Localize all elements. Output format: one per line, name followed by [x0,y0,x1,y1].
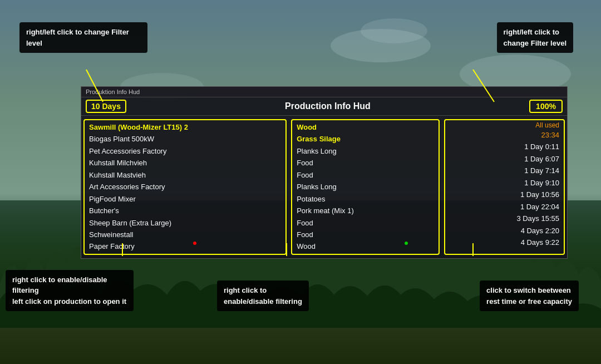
tooltip-bottom-left-text: right click to enable/disable filteringl… [12,276,126,306]
hud-title-label: Produktion Info Hud [86,88,140,95]
prod-row-9[interactable]: Sheep Barn (Extra Large) [89,217,281,229]
out-row-7: Potatoes [297,193,434,205]
prod-row-6[interactable]: Art Accessories Factory [89,181,281,193]
tooltip-bottom-left: right click to enable/disable filteringl… [6,270,134,312]
filter-days-box[interactable]: 10 Days [86,100,126,113]
out-row-4: Food [297,157,434,169]
prod-row-2[interactable]: Biogas Plant 500kW [89,133,281,145]
out-row-1: Wood [297,121,434,133]
hud-panel: Produktion Info Hud 10 Days Production I… [81,86,568,259]
tooltip-bottom-right: click to switch beetweenrest time or fre… [480,281,579,311]
hud-center-title: Production Info Hud [126,101,529,111]
time-row-3: 1 Day 6:07 [450,153,559,165]
time-row-7: 1 Day 22:04 [450,201,559,213]
prod-row-3[interactable]: Pet Accessories Factory [89,145,281,157]
prod-row-10[interactable]: Schweinestall [89,229,281,240]
prod-row-5[interactable]: Kuhstall Mastvieh [89,169,281,181]
time-row-8: 3 Days 15:55 [450,213,559,224]
hud-content: Sawmill (Wood-Mizer LT15) 2 Biogas Plant… [81,116,567,258]
out-row-3: Planks Long [297,145,434,157]
prod-row-8[interactable]: Butcher's [89,205,281,217]
tooltip-bottom-mid: right click toenable/disable filtering [217,281,309,311]
tooltip-top-right: right/left click tochange Filter level [497,22,573,53]
prod-row-11[interactable]: Paper Factory [89,240,281,252]
filter-percent-box[interactable]: 100% [529,100,563,113]
outputs-column: Wood Grass Silage Planks Long Food Food … [291,119,440,255]
hud-header: 10 Days Production Info Hud 100% [81,97,567,116]
out-row-8: Pork meat (Mix 1) [297,205,434,217]
out-row-5: Food [297,169,434,181]
tooltip-top-left-text: right/left click to change Filter level [26,28,129,47]
out-row-10: Food [297,229,434,240]
time-row-1: 23:34 [450,129,559,141]
out-row-6: Planks Long [297,181,434,193]
time-row-9: 4 Days 2:20 [450,225,559,237]
time-row-10: 4 Days 9:22 [450,237,559,248]
tooltip-bottom-right-text: click to switch beetweenrest time or fre… [486,286,572,306]
tooltip-bottom-mid-text: right click toenable/disable filtering [224,286,302,306]
time-row-6: 1 Day 10:56 [450,189,559,200]
cloud [361,18,427,43]
out-row-11: Wood [297,240,434,252]
prod-row-1[interactable]: Sawmill (Wood-Mizer LT15) 2 [89,121,281,133]
tooltip-top-right-text: right/left click tochange Filter level [504,28,566,47]
time-row-4: 1 Day 7:14 [450,165,559,176]
productions-column: Sawmill (Wood-Mizer LT15) 2 Biogas Plant… [83,119,287,255]
out-row-2: Grass Silage [297,133,434,145]
time-row-5: 1 Day 9:10 [450,177,559,189]
hud-title-bar: Produktion Info Hud [81,87,567,97]
tooltip-top-left: right/left click to change Filter level [19,22,147,53]
prod-row-4[interactable]: Kuhstall Milchvieh [89,157,281,169]
time-row-2: 1 Day 0:11 [450,141,559,153]
time-row-alused: All used [450,121,559,129]
out-row-9: Food [297,217,434,229]
times-column: All used 23:34 1 Day 0:11 1 Day 6:07 1 D… [444,119,565,255]
prod-row-7[interactable]: PigFood Mixer [89,193,281,205]
